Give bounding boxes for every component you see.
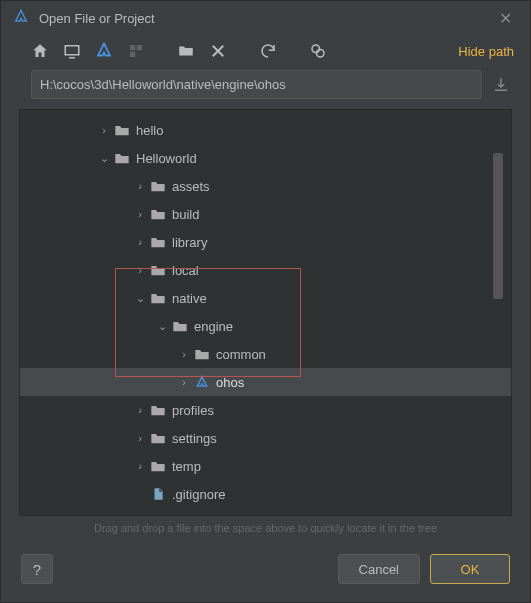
project-logo-icon[interactable] — [95, 42, 113, 60]
tree-item-settings[interactable]: ›settings — [20, 424, 511, 452]
cancel-button[interactable]: Cancel — [338, 554, 420, 584]
app-logo-icon — [13, 9, 29, 28]
path-input[interactable] — [31, 70, 482, 99]
tree-label: temp — [172, 459, 201, 474]
close-button[interactable]: ✕ — [493, 9, 518, 28]
chevron-right-icon[interactable]: › — [176, 376, 192, 388]
folder-icon — [148, 179, 168, 193]
hint-text: Drag and drop a file into the space abov… — [1, 516, 530, 544]
path-row — [1, 66, 530, 109]
folder-icon — [148, 291, 168, 305]
folder-icon — [148, 459, 168, 473]
module-icon[interactable] — [127, 42, 145, 60]
chevron-right-icon[interactable]: › — [132, 460, 148, 472]
desktop-icon[interactable] — [63, 42, 81, 60]
folder-icon — [192, 347, 212, 361]
svg-text:+: + — [189, 42, 194, 51]
svg-rect-4 — [130, 52, 135, 57]
chevron-down-icon[interactable]: ⌄ — [132, 292, 148, 305]
chevron-right-icon[interactable]: › — [96, 124, 112, 136]
button-row: ? Cancel OK — [1, 544, 530, 602]
tree-label: profiles — [172, 403, 214, 418]
tree-item-temp[interactable]: ›temp — [20, 452, 511, 480]
tree-item--gitignore[interactable]: .gitignore — [20, 480, 511, 508]
file-icon — [148, 514, 168, 515]
tree-item-assets[interactable]: ›assets — [20, 172, 511, 200]
show-hidden-icon[interactable] — [309, 42, 327, 60]
toolbar: + Hide path — [1, 36, 530, 66]
chevron-right-icon[interactable]: › — [132, 404, 148, 416]
tree-item-build[interactable]: ›build — [20, 200, 511, 228]
tree-item-helloworld[interactable]: ⌄Helloworld — [20, 144, 511, 172]
folder-icon — [148, 235, 168, 249]
download-icon[interactable] — [492, 76, 510, 94]
tree-label: cocosanalytics.d.ts — [172, 515, 281, 516]
svg-point-9 — [317, 50, 325, 58]
tree-item-library[interactable]: ›library — [20, 228, 511, 256]
file-icon — [148, 486, 168, 502]
chevron-right-icon[interactable]: › — [132, 180, 148, 192]
tree-item-cocosanalytics-d-ts[interactable]: cocosanalytics.d.ts — [20, 508, 511, 515]
file-tree: ›hello⌄Helloworld›assets›build›library›l… — [19, 109, 512, 516]
tree-label: library — [172, 235, 207, 250]
tree-label: local — [172, 263, 199, 278]
tree-item-profiles[interactable]: ›profiles — [20, 396, 511, 424]
tree-label: settings — [172, 431, 217, 446]
chevron-right-icon[interactable]: › — [132, 432, 148, 444]
folder-icon — [148, 431, 168, 445]
tree-label: ohos — [216, 375, 244, 390]
tree-item-common[interactable]: ›common — [20, 340, 511, 368]
chevron-right-icon[interactable]: › — [176, 348, 192, 360]
folder-icon — [112, 123, 132, 137]
chevron-down-icon[interactable]: ⌄ — [96, 152, 112, 165]
tree-item-engine[interactable]: ⌄engine — [20, 312, 511, 340]
chevron-down-icon[interactable]: ⌄ — [154, 320, 170, 333]
scrollbar-thumb[interactable] — [493, 153, 503, 299]
svg-rect-2 — [130, 45, 135, 50]
svg-rect-0 — [65, 46, 79, 55]
chevron-right-icon[interactable]: › — [132, 208, 148, 220]
tree-item-local[interactable]: ›local — [20, 256, 511, 284]
tree-label: engine — [194, 319, 233, 334]
svg-rect-3 — [137, 45, 142, 50]
tree-label: native — [172, 291, 207, 306]
folder-icon — [148, 207, 168, 221]
tree-item-native[interactable]: ⌄native — [20, 284, 511, 312]
hide-path-link[interactable]: Hide path — [458, 44, 514, 59]
home-icon[interactable] — [31, 42, 49, 60]
dialog-title: Open File or Project — [39, 11, 483, 26]
tree-item-hello[interactable]: ›hello — [20, 116, 511, 144]
folder-icon — [148, 263, 168, 277]
chevron-right-icon[interactable]: › — [132, 236, 148, 248]
scrollbar-track[interactable] — [497, 114, 507, 511]
refresh-icon[interactable] — [259, 42, 277, 60]
folder-icon — [170, 319, 190, 333]
open-file-dialog: Open File or Project ✕ + Hide path ›hell… — [0, 0, 531, 603]
svg-point-8 — [312, 45, 320, 53]
new-folder-icon[interactable]: + — [177, 42, 195, 60]
folder-icon — [112, 151, 132, 165]
tree-label: assets — [172, 179, 210, 194]
logo-icon — [192, 375, 212, 389]
folder-icon — [148, 403, 168, 417]
tree-label: build — [172, 207, 199, 222]
chevron-right-icon[interactable]: › — [132, 264, 148, 276]
tree-label: hello — [136, 123, 163, 138]
ok-button[interactable]: OK — [430, 554, 510, 584]
tree-label: Helloworld — [136, 151, 197, 166]
titlebar: Open File or Project ✕ — [1, 1, 530, 36]
tree-label: common — [216, 347, 266, 362]
delete-icon[interactable] — [209, 42, 227, 60]
help-button[interactable]: ? — [21, 554, 53, 584]
tree-item-ohos[interactable]: ›ohos — [20, 368, 511, 396]
tree-label: .gitignore — [172, 487, 225, 502]
